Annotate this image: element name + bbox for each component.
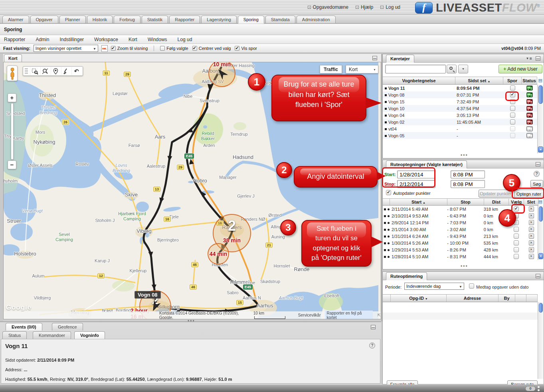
tab-lagerstyring[interactable]: Lagerstyring [201,16,237,23]
zoom-out-rectangle-tool[interactable] [40,67,50,75]
vehicles-panel-tab[interactable]: Køretøjer [386,55,414,63]
minimize-icon[interactable] [372,56,377,60]
scroll-down-icon[interactable] [538,253,543,259]
checkbox-vis-spor[interactable] [235,46,239,51]
panel-resize-handle[interactable] [461,154,468,156]
help-icon[interactable] [534,171,540,177]
tab-opgaver[interactable]: Opgaver [30,16,58,23]
header-link-log-ud[interactable]: Log ud [380,4,400,10]
clear-map-tool[interactable] [61,67,71,75]
route-select-checkbox[interactable] [514,227,519,232]
spor-checkbox-vogn-11[interactable] [510,85,515,91]
column-header[interactable]: Stop [447,199,484,205]
position-pin-tool[interactable] [51,67,60,75]
checkbox-f-lg-valgte[interactable] [160,46,165,51]
routes-panel-tab[interactable]: Ruteoptegninger (Valgte køretøjer) [386,160,467,168]
spor-checkbox-vogn-08[interactable] [510,92,515,97]
vehicle-row-vt04[interactable]: vt04- [383,125,537,132]
delete-route-icon[interactable] [529,220,534,225]
menu-item-indstillinger[interactable]: Indstillinger [59,37,84,42]
vehicle-row-vogn-15[interactable]: Vogn 157:32:49 PM [383,98,537,105]
tab-planner[interactable]: Planner [59,16,86,23]
tab-vogninfo[interactable]: Vogninfo [74,331,105,339]
header-link-opgavedom-ne[interactable]: Opgavedomæne [308,4,348,10]
column-header[interactable]: Adresse [447,295,499,302]
column-header[interactable]: Slet [524,199,538,205]
route-row-1-31-2014-6-24-am[interactable]: 1/31/2014 6:24 AM- 9:43 PM213 km [383,233,538,240]
terms-link[interactable]: Servicevilkår [298,313,321,317]
vehicle-row-vogn-08[interactable]: Vogn 088:07:31 PM [383,91,537,98]
column-config-icon[interactable] [538,78,542,83]
column-header[interactable]: Vognbetegnelse [383,77,455,84]
column-header[interactable]: Sidst set [455,77,503,84]
delete-route-icon[interactable] [529,234,534,239]
toolbar-check-f-lg-valgte[interactable]: Følg valgte [160,46,188,51]
zoom-in-button[interactable]: + [8,93,16,102]
search-routes-button[interactable]: Søg [530,180,543,188]
panel-resize-handle[interactable] [461,265,468,267]
map-panel-tab[interactable]: Kort [4,54,22,62]
menu-item-workspace[interactable]: Workspace [94,37,118,42]
delete-route-icon[interactable] [529,213,534,218]
minimize-icon[interactable] [371,325,376,329]
vehicle-map-label[interactable]: Vogn 08 [135,291,161,299]
optimization-panel-tab[interactable]: Ruteoptimering [386,272,427,280]
route-row-2-1-2014-3-00-am[interactable]: 2/1/2014 3:00 AM- 3:02 AM0 km [383,226,538,233]
tab-administration[interactable]: Administration [297,16,336,23]
scroll-down-icon[interactable] [538,147,543,152]
menu-item-admin[interactable]: Admin [36,37,49,42]
column-header[interactable]: Dist [484,199,509,205]
spor-checkbox-vogn-10[interactable] [510,106,515,111]
toolbar-check-centrer-ved-valg[interactable]: Centrer ved valg [192,46,231,51]
column-config-icon[interactable] [538,199,542,204]
spor-checkbox-vogn-04[interactable] [510,113,515,118]
menu-item-log-ud[interactable]: Log ud [178,37,192,42]
map-marker-stop-aalborg[interactable]: 10 min [208,62,235,87]
scrollbar[interactable] [538,206,544,260]
search-options-button[interactable] [458,65,468,73]
start-date-input[interactable] [397,170,435,178]
column-header[interactable]: Status [522,77,537,84]
minimize-icon[interactable] [536,274,540,278]
vehicle-row-vogn-04[interactable]: Vogn 043:05:13 PM [383,112,537,119]
route-select-checkbox[interactable] [514,240,519,245]
pegman-control[interactable] [7,65,18,81]
route-select-checkbox[interactable] [514,247,519,252]
tab-forbrug[interactable]: Forbrug [114,16,140,23]
spor-checkbox-vogn-05[interactable] [510,133,515,138]
route-row-1-29-2014-5-53-am[interactable]: 1/29/2014 5:53 AM- 8:26 PM428 km [383,246,538,253]
expand-icon[interactable]: ⇱ [378,313,381,317]
scrollbar-thumb[interactable] [539,206,543,222]
tab-historik[interactable]: Historik [87,16,113,23]
tab-geofence[interactable]: Geofence [52,323,83,331]
tab-status[interactable]: Status [2,331,27,339]
vehicle-row-vogn-05[interactable]: Vogn 05- [383,132,537,139]
tab-events-0-0[interactable]: Events (0/0) [6,323,42,331]
zoom-out-button[interactable]: − [8,160,16,169]
tab-stamdata[interactable]: Stamdata [265,16,295,23]
route-select-checkbox[interactable] [514,206,519,212]
spor-checkbox-vogn-02[interactable] [510,119,515,125]
minimize-icon[interactable] [536,56,540,61]
vehicle-row-vogn-11[interactable]: Vogn 118:09:54 PM [383,85,537,91]
map-marker-stop-hadsten[interactable]: 44 min [208,243,229,265]
stop-time-input[interactable] [451,180,485,188]
periode-select[interactable]: Indeværende dag [404,283,464,290]
scrollbar[interactable] [538,302,544,379]
toolbar-check-vis-spor[interactable]: Vis spor [235,46,257,51]
route-select-checkbox[interactable] [514,254,519,259]
zoom-rectangle-tool[interactable] [30,67,40,75]
tab-statistik[interactable]: Statistik [142,16,168,23]
scrollbar[interactable] [537,85,544,153]
tab-rapporter[interactable]: Rapporter [169,16,200,23]
tab-kommandoer[interactable]: Kommandoer [33,331,71,339]
checkbox-centrer-ved-valg[interactable] [192,46,197,51]
minimize-icon[interactable] [536,162,540,166]
delete-route-icon[interactable] [529,227,534,232]
include-undated-checkbox[interactable] [469,283,474,289]
draw-routes-button[interactable]: Optegn ruter [514,190,544,198]
drag-handle-icon[interactable] [25,68,28,74]
undo-tool[interactable]: ↶ [71,67,81,75]
scrollbar-thumb[interactable] [539,303,543,313]
menu-item-kort[interactable]: Kort [129,37,137,42]
